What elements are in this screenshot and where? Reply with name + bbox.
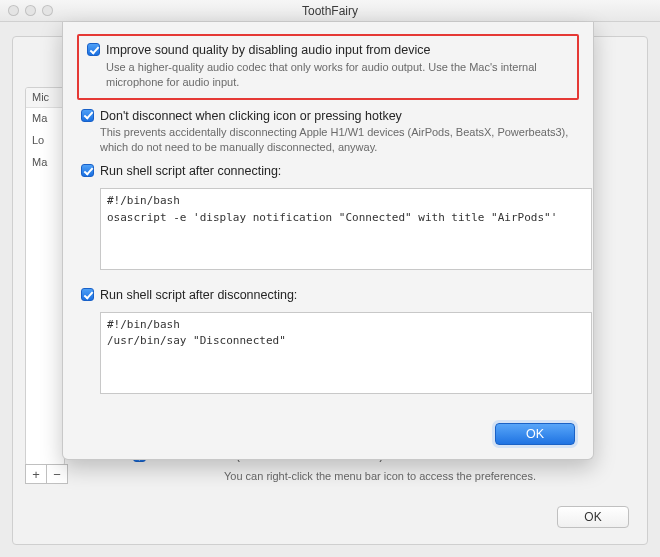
minimize-icon[interactable] bbox=[25, 5, 36, 16]
list-item[interactable]: Ma bbox=[26, 108, 64, 130]
close-icon[interactable] bbox=[8, 5, 19, 16]
connect-script-label: Run shell script after connecting: bbox=[100, 163, 575, 180]
ok-label: OK bbox=[526, 427, 544, 441]
list-item[interactable]: Lo bbox=[26, 130, 64, 152]
window-title: ToothFairy bbox=[8, 4, 652, 18]
improve-sound-label: Improve sound quality by disabling audio… bbox=[106, 42, 569, 59]
disconnect-script-checkbox[interactable] bbox=[81, 288, 94, 301]
option-disconnect-script: Run shell script after disconnecting: bbox=[81, 287, 575, 304]
titlebar: ToothFairy bbox=[0, 0, 660, 22]
dont-disconnect-label: Don't disconnect when clicking icon or p… bbox=[100, 108, 575, 125]
disconnect-script-input[interactable] bbox=[100, 312, 592, 394]
dont-disconnect-desc: This prevents accidentally disconnecting… bbox=[100, 125, 575, 155]
improve-sound-desc: Use a higher-quality audio codec that on… bbox=[106, 60, 569, 90]
improve-sound-checkbox[interactable] bbox=[87, 43, 100, 56]
add-button[interactable]: + bbox=[25, 464, 47, 484]
device-list-header: Mic bbox=[26, 88, 64, 108]
ok-label: OK bbox=[584, 510, 601, 524]
sheet-ok-button[interactable]: OK bbox=[495, 423, 575, 445]
option-improve-sound: Improve sound quality by disabling audio… bbox=[87, 42, 569, 90]
add-remove-controls: + − bbox=[25, 464, 68, 484]
dont-disconnect-checkbox[interactable] bbox=[81, 109, 94, 122]
option-dont-disconnect: Don't disconnect when clicking icon or p… bbox=[81, 108, 575, 156]
zoom-icon[interactable] bbox=[42, 5, 53, 16]
preferences-ok-button[interactable]: OK bbox=[557, 506, 629, 528]
window-controls bbox=[8, 5, 53, 16]
highlighted-option: Improve sound quality by disabling audio… bbox=[77, 34, 579, 100]
disconnect-script-label: Run shell script after disconnecting: bbox=[100, 287, 575, 304]
remove-button[interactable]: − bbox=[46, 464, 68, 484]
list-item[interactable]: Ma bbox=[26, 152, 64, 174]
option-connect-script: Run shell script after connecting: bbox=[81, 163, 575, 180]
connect-script-checkbox[interactable] bbox=[81, 164, 94, 177]
connect-script-input[interactable] bbox=[100, 188, 592, 270]
device-list[interactable]: Mic Ma Lo Ma bbox=[25, 87, 65, 466]
advanced-sheet: Improve sound quality by disabling audio… bbox=[62, 22, 594, 460]
preferences-hint: You can right-click the menu bar icon to… bbox=[133, 470, 627, 482]
